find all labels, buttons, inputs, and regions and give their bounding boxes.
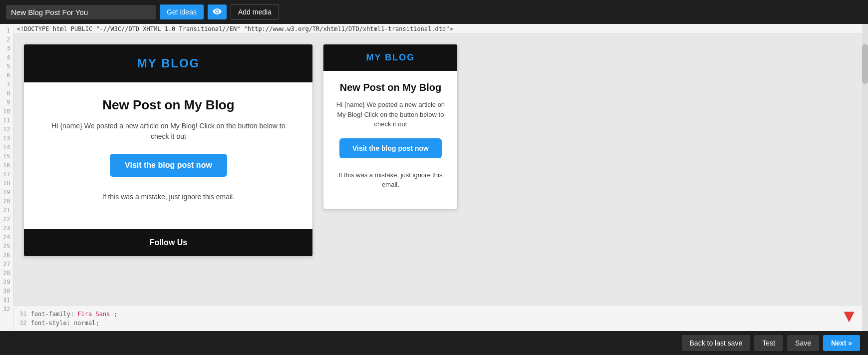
mobile-brand-prefix: MY <box>366 52 385 62</box>
email-card-inner: MY BLOG New Post on My Blog Hi {name} We… <box>24 44 312 256</box>
code-text-32: font-style: normal; <box>30 319 99 328</box>
email-body: New Post on My Blog Hi {name} We posted … <box>24 82 312 229</box>
line-numbers: 12345 678910 1112131415 1617181920 21222… <box>0 24 13 316</box>
mobile-body-text: Hi {name} We posted a new article on My … <box>333 100 447 129</box>
line-numbers-gutter: 12345 678910 1112131415 1617181920 21222… <box>0 24 13 331</box>
mobile-card-inner: MY BLOG New Post on My Blog Hi {name} We… <box>323 44 457 209</box>
test-button[interactable]: Test <box>754 335 783 351</box>
main-scrollbar-thumb[interactable] <box>862 44 868 84</box>
mobile-header-bar: MY BLOG <box>323 44 457 71</box>
code-bottom-strip: 31 font-family: Fira Sans ; 32 font-styl… <box>13 305 868 331</box>
code-text: <!DOCTYPE html PUBLIC "-//W3C//DTD XHTML… <box>16 25 453 32</box>
email-visit-button[interactable]: Visit the blog post now <box>110 154 227 177</box>
email-body-text: Hi {name} We posted a new article on My … <box>44 121 292 142</box>
code-line-31: 31 font-family: Fira Sans ; <box>16 310 865 319</box>
post-title-input[interactable] <box>6 5 156 19</box>
get-ideas-button[interactable]: Get ideas <box>160 4 204 19</box>
save-button[interactable]: Save <box>787 335 819 351</box>
mobile-brand-highlight: BLOG <box>385 52 415 62</box>
email-desktop-preview: MY BLOG New Post on My Blog Hi {name} We… <box>23 44 313 257</box>
code-line-32: 32 font-style: normal; <box>16 319 865 328</box>
brand-highlight: BLOG <box>161 56 200 70</box>
email-header-bar: MY BLOG <box>24 44 312 82</box>
header: Get ideas Add media <box>0 0 868 24</box>
email-heading: New Post on My Blog <box>44 97 292 113</box>
arrow-down-indicator: ▼ <box>840 307 858 325</box>
eye-icon <box>213 8 222 14</box>
email-footer-text: Follow Us <box>33 238 303 247</box>
footer: Back to last save Test Save Next » <box>0 331 868 355</box>
code-property-31: font-family: <box>30 311 77 318</box>
main-content: <!DOCTYPE html PUBLIC "-//W3C//DTD XHTML… <box>13 24 868 331</box>
email-footer-bar: Follow Us <box>24 229 312 256</box>
code-value-31: Fira Sans <box>77 311 110 318</box>
code-line-1: <!DOCTYPE html PUBLIC "-//W3C//DTD XHTML… <box>13 24 868 34</box>
email-brand: MY BLOG <box>36 56 300 70</box>
email-disclaimer: If this was a mistake, just ignore this … <box>44 192 292 202</box>
mobile-brand: MY BLOG <box>331 52 449 63</box>
mobile-disclaimer: If this was a mistake, just ignore this … <box>333 170 447 190</box>
main-area: 12345 678910 1112131415 1617181920 21222… <box>0 24 868 331</box>
code-suffix-31: ; <box>114 311 117 318</box>
mobile-heading: New Post on My Blog <box>333 81 447 94</box>
next-button[interactable]: Next » <box>823 335 860 351</box>
brand-prefix: MY <box>137 56 161 70</box>
email-mobile-preview: MY BLOG New Post on My Blog Hi {name} We… <box>323 44 458 209</box>
back-to-last-save-button[interactable]: Back to last save <box>682 335 751 351</box>
mobile-visit-button[interactable]: Visit the blog post now <box>339 138 442 158</box>
preview-toggle-button[interactable] <box>208 4 227 19</box>
mobile-body: New Post on My Blog Hi {name} We posted … <box>323 71 457 209</box>
previews-container: MY BLOG New Post on My Blog Hi {name} We… <box>13 34 868 305</box>
add-media-button[interactable]: Add media <box>231 4 279 20</box>
main-scrollbar-track[interactable] <box>862 24 868 331</box>
